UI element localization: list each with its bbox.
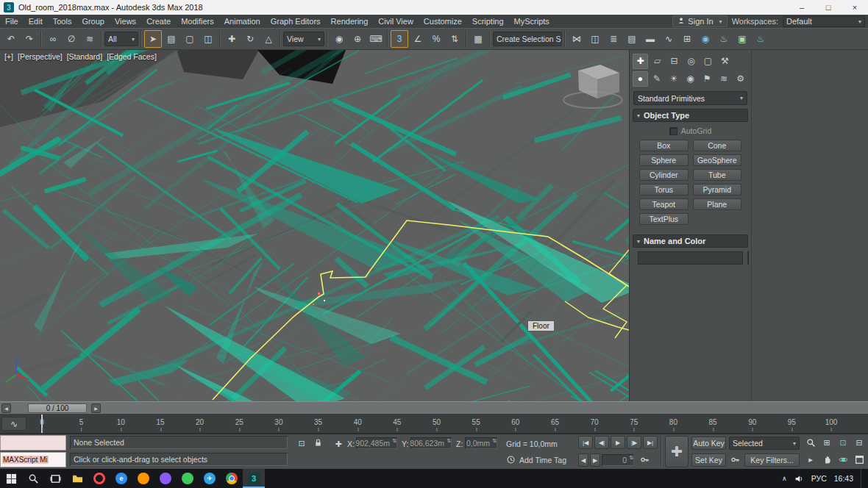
spinner-snap-toggle-icon[interactable]: ⇅ [446,30,463,48]
maximize-button[interactable]: □ [815,0,842,15]
current-frame-field[interactable]: 0⇅ [602,454,634,466]
percent-snap-toggle-icon[interactable]: % [427,30,445,48]
isolate-selection-toggle-icon[interactable]: ⊡ [294,437,309,450]
systems-category-icon[interactable]: ⚙ [733,71,748,87]
menu-graph-editors[interactable]: Graph Editors [266,15,326,28]
firefox-icon[interactable] [132,469,154,488]
tray-expand-icon[interactable]: ∧ [782,475,787,482]
volume-icon[interactable] [794,474,804,484]
viewport-shading-menu[interactable]: [Edged Faces] [107,52,157,61]
previous-frame-button[interactable]: ◀| [594,436,609,449]
object-type-rollout-header[interactable]: ▾ Object Type [633,109,748,122]
zoom-all-icon[interactable]: ⊞ [819,436,834,449]
select-and-rotate-icon[interactable]: ↻ [241,30,259,48]
maxscript-macro-recorder[interactable] [0,435,66,451]
clock-time[interactable]: 16:43 [834,474,853,483]
file-explorer-icon[interactable] [66,469,88,488]
teapot-button[interactable]: Teapot [639,198,689,210]
named-selection-sets-dropdown[interactable]: Create Selection Se▾ [493,32,562,46]
unlink-selection-icon[interactable]: ∅ [63,30,80,48]
tube-button[interactable]: Tube [693,169,742,181]
edit-named-selection-sets-icon[interactable]: ▦ [469,30,487,48]
opera-icon[interactable] [88,469,110,488]
menu-scripting[interactable]: Scripting [467,15,509,28]
time-slider-next-arrow[interactable]: ▶ [91,403,101,413]
chrome-icon[interactable] [221,469,243,488]
rectangular-selection-region-icon[interactable]: ▢ [181,30,199,48]
menu-civil-view[interactable]: Civil View [373,15,418,28]
pan-zoom-2d-icon[interactable]: ▸ [803,453,818,466]
media-player-icon[interactable] [154,469,177,488]
selection-filter-dropdown[interactable]: All▾ [104,32,138,46]
maxscript-mini-listener[interactable]: MAXScript Mi [0,452,66,467]
key-icon[interactable] [637,453,652,467]
lights-category-icon[interactable]: ☀ [666,71,681,87]
viewport-general-menu[interactable]: [+] [4,52,13,61]
set-keys-button[interactable]: ✚ [665,436,689,467]
sign-in-menu[interactable]: Sign In ▾ [672,15,727,27]
menu-customize[interactable]: Customize [419,15,467,28]
angle-snap-toggle-icon[interactable]: ∠ [409,30,427,48]
mirror-icon[interactable]: ⋈ [568,30,586,48]
plane-button[interactable]: Plane [693,198,742,210]
snap-toggle-3d-icon[interactable]: 3 [391,30,408,48]
select-and-manipulate-icon[interactable]: ⊕ [349,30,366,48]
3ds-max-app-icon[interactable]: 3 [243,469,265,488]
key-mode-dropdown[interactable]: Selected ▾ [729,437,800,450]
render-production-icon[interactable]: ♨ [752,30,769,48]
go-to-end-button[interactable]: ▶| [643,436,658,449]
cylinder-button[interactable]: Cylinder [639,169,689,181]
set-key-button[interactable]: Set Key [691,453,726,467]
go-to-start-button[interactable]: |◀ [578,436,593,449]
motion-tab[interactable]: ◎ [683,54,699,69]
menu-tools[interactable]: Tools [48,15,77,28]
modify-tab[interactable]: ▱ [650,54,665,69]
whatsapp-icon[interactable] [177,469,199,488]
redo-icon[interactable]: ↷ [21,30,38,48]
y-coordinate-field[interactable]: 4806,623m⇅ [410,437,452,449]
edge-icon[interactable]: e [110,469,132,488]
close-button[interactable]: × [842,0,868,15]
toggle-ribbon-icon[interactable]: ▬ [641,30,659,48]
sphere-button[interactable]: Sphere [639,154,689,166]
next-frame-button[interactable]: |▶ [627,436,641,449]
viewport-pov-menu[interactable]: [Perspective] [18,52,63,61]
keyboard-shortcut-override-icon[interactable]: ⌨ [367,30,385,48]
menu-myscripts[interactable]: MyScripts [509,15,555,28]
viewport-perspective[interactable]: [+][Perspective][Standard][Edged Faces] … [0,50,629,401]
render-setup-icon[interactable]: ♨ [715,30,733,48]
display-tab[interactable]: ▢ [700,54,716,69]
dope-sheet-icon[interactable]: ⊞ [678,30,696,48]
toggle-layer-explorer-icon[interactable]: ▤ [623,30,641,48]
key-filters-icon[interactable] [728,453,742,467]
menu-rendering[interactable]: Rendering [326,15,374,28]
autogrid-checkbox[interactable] [669,127,677,135]
z-coordinate-field[interactable]: 0,0mm⇅ [465,437,497,449]
menu-file[interactable]: File [0,15,24,28]
x-coordinate-field[interactable]: 1902,485m⇅ [356,437,397,449]
reference-coordinate-system-dropdown[interactable]: View▾ [283,32,324,46]
play-animation-button[interactable]: ▶ [611,436,625,449]
zoom-region-icon[interactable]: ⊟ [852,436,867,449]
maximize-viewport-toggle-icon[interactable] [852,453,867,466]
menu-animation[interactable]: Animation [219,15,266,28]
pyramid-button[interactable]: Pyramid [693,184,742,195]
time-slider[interactable]: ◀ 0 / 100 ▶ [0,401,868,415]
shapes-category-icon[interactable]: ✎ [650,71,665,87]
cameras-category-icon[interactable]: ◉ [683,71,698,87]
object-name-input[interactable] [638,251,743,265]
curve-editor-icon[interactable]: ∿ [660,30,677,48]
show-desktop-button[interactable] [861,469,864,488]
textplus-button[interactable]: TextPlus [639,213,689,225]
time-slider-frame-button[interactable]: 0 / 100 [28,403,87,413]
object-color-swatch[interactable] [747,251,749,265]
align-icon[interactable]: ◫ [586,30,604,48]
selection-lock-toggle-icon[interactable] [310,437,325,450]
torus-button[interactable]: Torus [639,184,689,195]
menu-views[interactable]: Views [110,15,141,28]
language-indicator[interactable]: РУС [811,474,827,483]
cone-button[interactable]: Cone [693,140,742,151]
geosphere-button[interactable]: GeoSphere [693,154,742,166]
select-and-uniform-scale-icon[interactable]: △ [260,30,277,48]
menu-modifiers[interactable]: Modifiers [176,15,219,28]
